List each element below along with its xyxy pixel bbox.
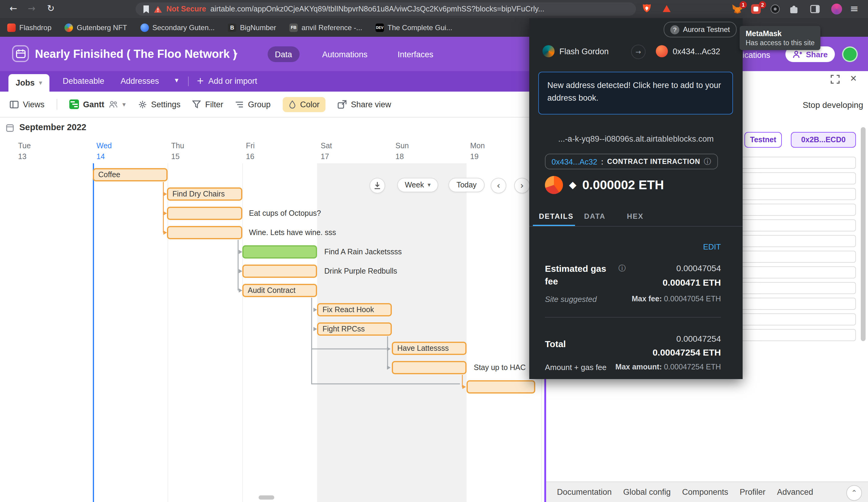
edit-gas-link[interactable]: EDIT [703,242,721,251]
prev-period-button[interactable]: ‹ [490,178,506,194]
tab-jobs-chevron-icon[interactable]: ▾ [39,80,42,86]
table-tabs-bar: Jobs ▾ Debateable Addresses ▾ + Add or i… [0,71,546,92]
tab-debateable[interactable]: Debateable [63,76,104,86]
gantt-options-chevron-icon: ▾ [122,101,126,107]
brave-rewards-icon[interactable] [662,4,672,16]
bookmark-flag-icon[interactable] [143,5,149,13]
zoom-chevron-icon: ▾ [428,182,431,188]
jump-to-bars-button[interactable] [370,178,385,194]
user-avatar[interactable] [842,46,858,62]
new-address-notice[interactable]: New address detected! Click here to add … [538,72,733,115]
page-scrollbar[interactable] [861,127,866,341]
extensions-puzzle-icon[interactable] [789,4,799,16]
gantt-bar-unnamed[interactable] [466,380,535,394]
gantt-bar-lattes[interactable]: Have Lattessss [392,342,466,355]
tab-addresses[interactable]: Addresses [121,76,159,86]
nav-tab-data[interactable]: Data [268,46,299,62]
bookmark-bignumber[interactable]: B BigNumber [228,23,276,32]
bookmark-flashdrop[interactable]: Flashdrop [7,23,52,32]
bookmark-anvil-reference[interactable]: FB anvil Reference -... [289,23,362,32]
tab-jobs[interactable]: Jobs ▾ [8,74,50,92]
gutenberg-favicon [65,23,73,32]
tabs-expand-chevron-icon[interactable]: ▾ [175,76,178,84]
recorder-extension-icon[interactable] [770,4,780,16]
add-or-import-button[interactable]: + Add or import [196,76,257,86]
warning-triangle-icon [154,5,162,13]
profile-avatar[interactable] [831,4,842,14]
tab-data[interactable]: DATA [584,212,606,221]
forward-button[interactable]: → [28,4,35,13]
group-button[interactable]: Group [235,100,271,109]
footer-global-config[interactable]: Global config [623,488,671,496]
testnet-button[interactable]: Testnet [744,132,782,148]
gantt-bar-react-hook[interactable]: Fix React Hook [317,303,392,316]
views-button[interactable]: Views [10,100,45,109]
stop-developing-button[interactable]: Stop developing [803,100,863,110]
base-title-chevron-icon[interactable]: ▾ [234,51,238,58]
footer-profiler[interactable]: Profiler [740,488,765,496]
gantt-view-button[interactable]: Gantt ▾ [69,100,126,109]
gantt-label-redbulls[interactable]: Drink Purple Redbulls [324,267,397,275]
gantt-label-rain-jackets[interactable]: Find A Rain Jacketssss [324,248,402,256]
metamask-popup: ? Aurora Testnet Flash Gordon → 0x434...… [529,18,743,379]
nav-tab-automations[interactable]: Automations [315,46,375,62]
to-account-address[interactable]: 0x434...Ac32 [673,47,720,56]
gantt-bar-redbulls[interactable] [242,264,317,278]
footer-advanced[interactable]: Advanced [777,488,813,496]
footer-components[interactable]: Components [682,488,728,496]
gantt-bar-coffee[interactable]: Coffee [93,168,167,181]
base-icon[interactable] [12,45,29,62]
gantt-label-octopus[interactable]: Eat cups of Octopus? [249,209,321,218]
back-button[interactable]: ← [10,4,17,13]
share-person-icon [793,50,802,59]
sidebar-toggle-icon[interactable] [810,4,820,16]
reload-button[interactable]: ↻ [47,4,54,13]
zoom-select[interactable]: Week ▾ [397,178,438,192]
gantt-bar-rpcs[interactable]: Fight RPCss [317,322,392,336]
gantt-canvas[interactable]: September 2022 Tue 13 Wed 14 Thu 15 Fri … [0,117,546,502]
contract-address-button[interactable]: 0x2B...ECD0 [791,132,856,148]
tab-details[interactable]: DETAILS [539,212,574,221]
browser-menu-icon[interactable]: ≡ [850,4,859,14]
collaborators-icon [108,100,118,108]
close-panel-icon[interactable]: ✕ [850,74,857,83]
total-eth: 0.00047254 ETH [652,347,721,357]
gantt-bar-wine[interactable] [167,226,242,239]
gantt-bar-stay-up[interactable] [392,361,466,374]
gantt-bar-octopus[interactable] [167,207,242,220]
network-question-icon: ? [670,25,679,34]
footer-documentation[interactable]: Documentation [557,488,612,496]
brave-shield-icon[interactable] [642,4,652,17]
next-period-button[interactable]: › [514,178,530,194]
gantt-label-wine[interactable]: Wine. Lets have wine. sss [249,228,336,237]
address-bar[interactable]: Not Secure airtable.com/appOnkz0CjeAKYq8… [136,2,636,16]
share-view-button[interactable]: Share view [338,100,391,109]
to-account-avatar [656,45,668,57]
contract-info-icon[interactable]: ⓘ [704,158,711,165]
contract-address[interactable]: 0x434...Ac32 [551,157,597,166]
gantt-bar-rain-jackets[interactable] [242,245,317,259]
toolbar-divider [56,99,57,110]
footer-collapse-icon[interactable]: ⌃ [846,485,862,501]
url-text[interactable]: airtable.com/appOnkz0CjeAKYq89/tblINbpvr… [210,5,544,13]
transaction-amount: 0.000002 ETH [582,178,664,192]
color-button[interactable]: Color [283,97,326,112]
bookmark-complete-guide[interactable]: DEV The Complete Gui... [375,23,452,32]
horizontal-scrollbar[interactable] [259,495,274,500]
nav-tab-interfaces[interactable]: Interfaces [390,46,441,62]
expand-panel-icon[interactable] [831,75,840,86]
gantt-bar-dry-chairs[interactable]: Find Dry Chairs [167,187,242,201]
settings-button[interactable]: Settings [138,100,180,109]
network-pill[interactable]: ? Aurora Testnet [664,22,736,38]
from-account-name[interactable]: Flash Gordon [559,47,609,56]
bookmark-secondary-guten[interactable]: Secondary Guten... [141,23,215,32]
filter-button[interactable]: Filter [193,100,223,109]
gantt-bar-audit[interactable]: Audit Contract [242,284,317,297]
today-button[interactable]: Today [448,178,485,192]
token-icon [545,176,563,194]
gear-icon [138,100,147,109]
bookmark-gutenberg-nft[interactable]: Gutenberg NFT [65,23,127,32]
gas-info-icon[interactable]: ⓘ [619,264,626,272]
tab-hex[interactable]: HEX [627,212,643,221]
gantt-label-stay-up[interactable]: Stay up to HAC [474,363,526,372]
